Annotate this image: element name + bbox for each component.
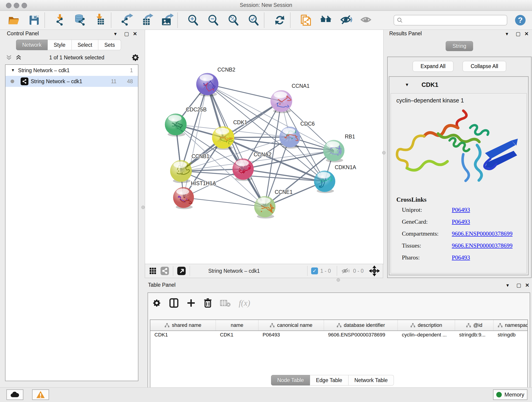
birds-eye-crosshair-icon[interactable] (369, 266, 380, 276)
left-splitter-handle[interactable] (141, 206, 145, 209)
expand-all-chevron-icon[interactable] (15, 54, 22, 61)
tree-expand-triangle-icon[interactable]: ▼ (11, 68, 15, 73)
crosslink-link[interactable]: 9606.ENSP00000378699 (452, 242, 513, 249)
crosslink-link[interactable]: 9606.ENSP00000378699 (452, 230, 513, 237)
node-CCNE1[interactable] (254, 196, 275, 219)
cell-namespace[interactable]: stringdb (498, 332, 528, 338)
section-collapse-triangle-icon[interactable]: ▼ (405, 82, 409, 87)
control-panel-close-icon[interactable]: ✕ (133, 31, 137, 37)
node-CDC25B[interactable] (165, 114, 186, 137)
hide-panel-button[interactable] (340, 13, 353, 27)
column-header-database-identifier[interactable]: database identifier (324, 320, 398, 331)
crosslink-link[interactable]: P06493 (452, 206, 470, 213)
table-panel-maximize-icon[interactable]: ▢ (516, 282, 521, 288)
zoom-fit-button[interactable] (227, 13, 240, 27)
expand-all-button[interactable]: Expand All (413, 61, 454, 72)
warnings-button[interactable] (32, 389, 49, 400)
control-panel-float-icon[interactable]: ▾ (114, 31, 117, 37)
tab-node-table[interactable]: Node Table (271, 375, 310, 385)
help-button[interactable]: ? (514, 13, 527, 27)
refresh-button[interactable] (273, 13, 286, 27)
delete-column-icon[interactable] (203, 298, 212, 308)
node-CDC6[interactable] (279, 127, 300, 148)
cell-description[interactable]: cyclin–dependent ... (402, 332, 454, 338)
network-canvas[interactable]: CDK1CCNB2CCNA1CDC25BCDC6RB1CCNB1CCNA2CDK… (145, 30, 384, 264)
column-header-description[interactable]: description (398, 320, 455, 331)
memory-status-dot-icon (496, 392, 502, 397)
memory-button[interactable]: Memory (493, 389, 527, 400)
zoom-in-button[interactable] (186, 13, 200, 27)
open-in-new-window-icon[interactable] (177, 266, 186, 275)
results-content: Expand All Collapse All ▼ CDK1 cyclin–de… (387, 57, 532, 278)
export-image-button[interactable] (160, 13, 174, 27)
tab-network-table[interactable]: Network Table (348, 375, 394, 385)
node-CCNB2[interactable] (196, 73, 218, 96)
zoom-out-button[interactable] (207, 13, 220, 27)
cell-canonical-name[interactable]: P06493 (263, 332, 323, 338)
collapse-all-chevron-icon[interactable] (5, 54, 13, 61)
tab-string[interactable]: String (446, 41, 473, 51)
column-header-shared-name[interactable]: shared name (150, 320, 216, 331)
network-collection-row[interactable]: ▼ String Network – cdk1 1 (6, 65, 138, 76)
import-network-database-button[interactable] (74, 13, 87, 27)
table-panel-close-icon[interactable]: ✕ (525, 282, 529, 288)
collection-count: 1 (130, 67, 133, 74)
selected-checkbox-icon[interactable]: ✓ (311, 268, 318, 274)
cell-@id[interactable]: stringdb:9... (459, 332, 492, 338)
tab-style[interactable]: Style (48, 40, 71, 50)
tab-sets[interactable]: Sets (98, 40, 121, 50)
import-network-button[interactable] (54, 13, 67, 27)
add-column-icon[interactable] (186, 298, 196, 307)
column-header-@id[interactable]: @id (455, 320, 494, 331)
node-HIST1H1A[interactable] (173, 187, 194, 209)
save-session-button[interactable] (27, 13, 41, 27)
home-network-button[interactable] (319, 13, 333, 27)
network-row[interactable]: String Network – cdk1 11 48 (6, 76, 138, 87)
node-CCNA1[interactable] (271, 90, 292, 113)
edge-CCNE1-HIST1H1A[interactable] (184, 198, 265, 207)
open-session-button[interactable] (7, 13, 21, 27)
column-header-namespace[interactable]: namespace (494, 320, 528, 331)
column-type-icon (270, 323, 275, 327)
grid-view-icon[interactable] (149, 267, 157, 275)
node-RB1[interactable] (323, 140, 344, 162)
search-box[interactable] (394, 15, 507, 26)
search-input[interactable] (403, 17, 500, 23)
export-network-button[interactable] (120, 13, 133, 27)
control-panel-maximize-icon[interactable]: ▢ (124, 31, 129, 37)
node-CDKN1A[interactable] (314, 171, 335, 193)
cell-shared-name[interactable]: CDK1 (154, 332, 215, 338)
crosslink-link[interactable]: P06493 (452, 254, 470, 261)
tab-edge-table[interactable]: Edge Table (310, 375, 348, 385)
show-panel-button[interactable] (360, 13, 373, 27)
column-header-canonical-name[interactable]: canonical name (259, 320, 324, 331)
cell-name[interactable]: CDK1 (220, 332, 257, 338)
cell-database-identifier[interactable]: 9606.ENSP00000378699 (328, 332, 396, 338)
results-panel-maximize-icon[interactable]: ▢ (516, 31, 520, 37)
clone-network-button[interactable] (299, 13, 312, 27)
bottom-splitter-handle[interactable] (336, 278, 340, 282)
show-columns-icon[interactable] (169, 298, 179, 308)
network-badge-icon[interactable] (160, 266, 169, 275)
edge-CCNB2-CCNA1[interactable] (207, 84, 281, 101)
tab-select[interactable]: Select (72, 40, 99, 50)
column-label: shared name (172, 322, 201, 328)
node-CCNA2[interactable] (233, 159, 254, 181)
node-CDK1[interactable] (212, 127, 234, 150)
table-panel-float-icon[interactable]: ▾ (506, 282, 509, 288)
crosslink-link[interactable]: P06493 (452, 218, 470, 225)
export-table-button[interactable] (140, 13, 153, 27)
column-header-name[interactable]: name (216, 320, 259, 331)
results-panel-close-icon[interactable]: ✕ (525, 31, 529, 37)
network-options-gear-icon[interactable] (131, 53, 140, 62)
cloud-status-button[interactable] (6, 389, 23, 400)
zoom-selected-button[interactable] (247, 13, 260, 27)
tab-network[interactable]: Network (16, 40, 48, 50)
collapse-all-button[interactable]: Collapse All (462, 61, 506, 72)
node-CCNB1[interactable] (170, 160, 192, 183)
column-type-icon (336, 323, 342, 327)
table-options-gear-icon[interactable] (152, 298, 161, 307)
import-table-button[interactable] (94, 13, 107, 27)
results-panel-float-icon[interactable]: ▾ (506, 31, 508, 37)
protein-section-header[interactable]: ▼ CDK1 (389, 77, 528, 93)
